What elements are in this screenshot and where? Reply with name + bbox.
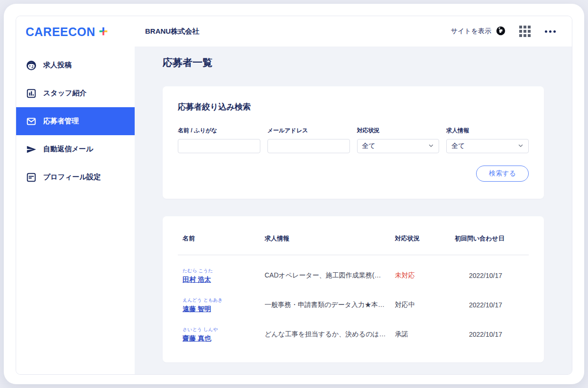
company-name: BRANU株式会社 [145,27,199,36]
name-furigana-input[interactable] [178,139,260,153]
job-cell: 一般事務・申請書類のデータ入力★本… [260,301,390,309]
response-status-select[interactable]: 全て [357,139,440,153]
sidebar-item-profile-settings[interactable]: プロフィール設定 [16,163,135,191]
name-cell: さいとう しんや 齋藤 真也 [178,326,260,343]
job-cell: CADオペレーター、施工図作成業務(… [260,271,390,280]
search-actions: 検索する [178,166,529,182]
field-email: メールアドレス [267,127,350,153]
date-cell: 2022/10/17 [450,301,529,309]
field-job-info: 求人情報 全て [446,127,529,153]
field-label: 名前 / ふりがな [178,127,260,135]
document-icon [26,172,37,183]
date-cell: 2022/10/17 [450,331,529,338]
date-cell: 2022/10/17 [450,272,529,279]
logo[interactable]: CAREECON [16,16,135,47]
sidebar-item-label: プロフィール設定 [43,173,101,182]
topbar-actions: サイトを表示 [451,25,557,38]
globe-icon [496,26,506,37]
main-panel: 応募者一覧 応募者絞り込み検索 名前 / ふりがな メールアドレス [135,46,572,374]
sidebar-item-job-posting[interactable]: 求人投稿 [16,51,135,79]
face-icon [26,60,37,71]
selected-value: 全て [362,142,376,150]
field-name-furigana: 名前 / ふりがな [178,127,260,153]
col-header-name: 名前 [178,234,260,255]
col-header-job: 求人情報 [260,234,390,255]
view-site-link[interactable]: サイトを表示 [451,26,506,37]
table-row: えんどう ともあき 遠藤 智明 一般事務・申請書類のデータ入力★本… 対応中 2… [178,290,529,320]
sidebar-item-applicant-management[interactable]: 応募者管理 [16,107,135,135]
sidebar-nav: 求人投稿 スタッフ紹介 [16,51,135,191]
furigana: えんどう ともあき [183,297,260,304]
email-input[interactable] [267,139,350,153]
table-body: たむら こうた 田村 浩太 CADオペレーター、施工図作成業務(… 未対応 20… [178,255,529,349]
chevron-down-icon [518,142,524,150]
topbar: BRANU株式会社 サイトを表示 [135,16,572,46]
furigana: さいとう しんや [183,326,260,333]
furigana: たむら こうた [183,268,260,274]
sidebar-item-label: 応募者管理 [43,117,79,126]
bar-chart-icon [26,88,37,99]
col-header-date: 初回問い合わせ日 [450,234,529,255]
selected-value: 全て [451,142,465,150]
ellipsis-icon [545,30,556,33]
search-fields: 名前 / ふりがな メールアドレス 対応状況 全て [178,127,529,153]
applicant-table-card: 名前 求人情報 対応状況 初回問い合わせ日 たむら こうた 田村 浩太 [163,216,544,362]
plus-icon [99,27,108,38]
status-cell: 承諾 [390,330,450,339]
chevron-down-icon [428,142,434,150]
page-title: 応募者一覧 [163,56,544,69]
table-header: 名前 求人情報 対応状況 初回問い合わせ日 [178,216,529,255]
paper-plane-icon [26,144,37,155]
status-cell: 未対応 [390,271,450,280]
table-row: さいとう しんや 齋藤 真也 どんな工事を担当するか、決めるのは… 承諾 202… [178,320,529,349]
name-cell: えんどう ともあき 遠藤 智明 [178,297,260,314]
sidebar-item-label: 求人投稿 [43,61,72,70]
search-button[interactable]: 検索する [476,166,529,182]
app-grid-icon [519,26,531,37]
sidebar: CAREECON [16,16,135,374]
view-site-label: サイトを表示 [451,27,491,36]
field-response-status: 対応状況 全て [357,127,440,153]
col-header-status: 対応状況 [390,234,450,255]
field-label: メールアドレス [267,127,350,135]
content-area: BRANU株式会社 サイトを表示 [135,16,572,374]
sidebar-item-label: 自動返信メール [43,145,93,154]
status-cell: 対応中 [390,301,450,309]
logo-text: CAREECON [26,25,95,39]
more-menu-button[interactable] [544,29,557,34]
field-label: 求人情報 [446,127,529,135]
search-card-title: 応募者絞り込み検索 [178,102,529,112]
app-window: CAREECON [4,4,584,384]
name-cell: たむら こうた 田村 浩太 [178,268,260,284]
sidebar-item-label: スタッフ紹介 [43,89,86,98]
job-cell: どんな工事を担当するか、決めるのは… [260,330,390,339]
mail-icon [26,116,37,127]
app-frame: CAREECON [16,16,572,375]
table-row: たむら こうた 田村 浩太 CADオペレーター、施工図作成業務(… 未対応 20… [178,261,529,290]
applicant-name-link[interactable]: 遠藤 智明 [183,305,260,314]
applicant-name-link[interactable]: 齋藤 真也 [183,334,260,343]
sidebar-item-staff-intro[interactable]: スタッフ紹介 [16,79,135,107]
field-label: 対応状況 [357,127,440,135]
sidebar-item-auto-reply-mail[interactable]: 自動返信メール [16,135,135,163]
app-grid-button[interactable] [518,25,532,38]
job-info-select[interactable]: 全て [446,139,529,153]
applicant-name-link[interactable]: 田村 浩太 [183,276,260,284]
search-card: 応募者絞り込み検索 名前 / ふりがな メールアドレス 対応状況 [163,86,544,199]
